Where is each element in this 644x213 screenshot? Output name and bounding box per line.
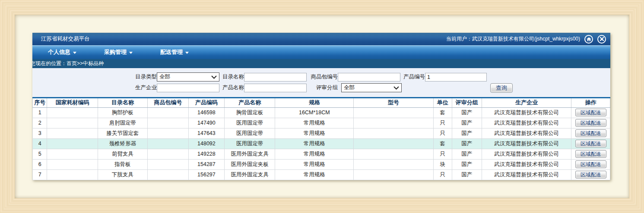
- review-group-label: 评审分组: [308, 84, 338, 91]
- page-title: 江苏省耗材交易平台: [41, 35, 90, 43]
- table-cell: 147643: [188, 128, 224, 138]
- table-cell: 医用固定带: [224, 118, 275, 128]
- package-code-input[interactable]: [338, 73, 400, 81]
- table-cell: [47, 169, 98, 180]
- table-cell: 国产: [452, 169, 482, 180]
- region-delivery-button[interactable]: 区域配送: [575, 119, 606, 127]
- manufacturer-input[interactable]: [157, 84, 219, 92]
- table-cell: 国产: [452, 149, 482, 159]
- region-delivery-button[interactable]: 区域配送: [575, 129, 606, 137]
- table-cell: 148092: [188, 138, 224, 149]
- query-button[interactable]: 查询: [490, 83, 513, 93]
- close-icon[interactable]: [597, 35, 606, 44]
- table-cell: 常用规格: [275, 159, 354, 169]
- table-cell-action: 区域配送: [571, 149, 610, 159]
- table-cell: [354, 169, 434, 180]
- nav-item-delivery[interactable]: 配送管理: [152, 45, 197, 59]
- table-cell: 常用规格: [275, 128, 354, 138]
- nav-item-personal-info[interactable]: 个人信息: [40, 45, 84, 59]
- table-cell: 武汉克瑞普新技术有限公司: [482, 149, 571, 159]
- catalog-type-value: 全部: [159, 73, 170, 81]
- top-bar: 江苏省耗材交易平台 当前用户：武汉克瑞普新技术有限公司(jshcpt_whkrp…: [32, 33, 610, 45]
- column-header-1: 国家耗材编码: [47, 98, 98, 107]
- table-cell: 下肢支具: [98, 169, 148, 180]
- table-cell: [354, 107, 434, 118]
- table-cell: 国产: [452, 128, 482, 138]
- table-cell: [354, 138, 434, 149]
- table-cell: 147490: [188, 118, 224, 128]
- table-cell: [148, 128, 189, 138]
- table-cell: 套: [433, 138, 452, 149]
- region-delivery-button[interactable]: 区域配送: [575, 109, 606, 116]
- table-cell: 154287: [188, 159, 224, 169]
- region-delivery-button[interactable]: 区域配送: [575, 150, 606, 158]
- catalog-type-select[interactable]: 全部: [157, 72, 219, 81]
- table-cell: 武汉克瑞普新技术有限公司: [482, 169, 571, 180]
- main-nav: 个人信息 采购管理 配送管理: [32, 45, 610, 59]
- search-form-row-2: 生产企业 产品名称 评审分组 全部 查询: [32, 83, 610, 92]
- table-cell: 国产: [452, 138, 482, 149]
- home-icon[interactable]: [584, 35, 593, 44]
- table-cell: 16CM*18CM: [275, 107, 354, 118]
- catalog-name-input[interactable]: [244, 73, 307, 81]
- table-row: 4颈椎矫形器148092医用固定带常用规格套国产武汉克瑞普新技术有限公司区域配送: [33, 138, 610, 149]
- current-user-label: 当前用户：武汉克瑞普新技术有限公司(jshcpt_whkrpxjs00): [446, 35, 580, 43]
- column-header-2: 目录名称: [98, 98, 148, 107]
- table-cell: [354, 149, 434, 159]
- table-cell: [148, 169, 189, 180]
- column-header-8: 单位: [433, 98, 452, 107]
- review-group-select[interactable]: 全部: [341, 83, 402, 92]
- nav-item-label: 个人信息: [48, 48, 70, 56]
- results-table: 序号国家耗材编码目录名称商品包编号产品编码产品名称规格型号单位评审分组生产企业操…: [32, 98, 610, 180]
- results-table-wrap: 序号国家耗材编码目录名称商品包编号产品编码产品名称规格型号单位评审分组生产企业操…: [32, 97, 610, 180]
- table-cell-action: 区域配送: [571, 118, 610, 128]
- breadcrumb: 您现在的位置：首页>>中标品种: [32, 59, 610, 68]
- table-cell: 只: [433, 169, 452, 180]
- product-code-input[interactable]: [425, 73, 487, 81]
- table-cell: [47, 159, 98, 169]
- table-cell: 4: [33, 138, 47, 149]
- chevron-down-icon: [211, 75, 217, 79]
- region-delivery-button[interactable]: 区域配送: [575, 171, 606, 179]
- table-cell: [47, 118, 98, 128]
- region-delivery-button[interactable]: 区域配送: [575, 160, 606, 168]
- table-cell: 医用固定带: [224, 138, 275, 149]
- table-cell: 武汉克瑞普新技术有限公司: [482, 128, 571, 138]
- search-form: 目录类型 全部 目录名称 商品包编号 产品编号 生产企业 产品名称 评审分组 全…: [32, 68, 610, 97]
- table-cell: 武汉克瑞普新技术有限公司: [482, 107, 571, 118]
- table-cell: 指骨板: [98, 159, 148, 169]
- table-cell: [148, 118, 189, 128]
- column-header-11: 操作: [571, 98, 610, 107]
- table-cell: 常用规格: [275, 138, 354, 149]
- catalog-type-label: 目录类型: [32, 73, 157, 81]
- column-header-4: 产品编码: [188, 98, 224, 107]
- table-cell-action: 区域配送: [571, 128, 610, 138]
- table-cell: 肩肘固定带: [98, 118, 148, 128]
- table-cell: 前臂支具: [98, 149, 148, 159]
- table-cell: 3: [33, 128, 47, 138]
- table-cell: 颈椎矫形器: [98, 138, 148, 149]
- table-cell: 武汉克瑞普新技术有限公司: [482, 138, 571, 149]
- table-cell: [148, 138, 189, 149]
- table-row: 2肩肘固定带147490医用固定带常用规格只国产武汉克瑞普新技术有限公司区域配送: [33, 118, 610, 128]
- table-cell: 国产: [452, 107, 482, 118]
- table-cell: 块: [433, 159, 452, 169]
- product-name-input[interactable]: [244, 84, 307, 92]
- table-cell: 146598: [188, 107, 224, 118]
- table-cell-action: 区域配送: [571, 169, 610, 180]
- table-cell: 常用规格: [275, 149, 354, 159]
- chevron-down-icon: [129, 52, 133, 54]
- region-delivery-button[interactable]: 区域配送: [575, 140, 606, 147]
- table-cell: 胸骨固定板: [224, 107, 275, 118]
- table-cell: 1: [33, 107, 47, 118]
- table-cell: [47, 149, 98, 159]
- table-cell: 2: [33, 118, 47, 128]
- column-header-10: 生产企业: [482, 98, 571, 107]
- chevron-down-icon: [73, 52, 76, 54]
- table-cell: 国产: [452, 159, 482, 169]
- nav-item-procurement[interactable]: 采购管理: [96, 45, 140, 59]
- column-header-7: 型号: [354, 98, 434, 107]
- table-cell: 国产: [452, 118, 482, 128]
- table-cell: [354, 118, 434, 128]
- nav-item-label: 采购管理: [104, 48, 127, 56]
